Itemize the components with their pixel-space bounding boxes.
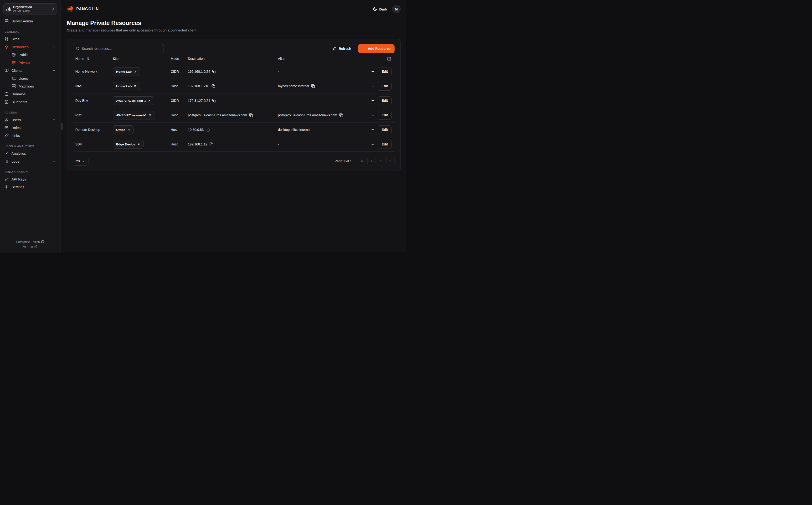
- cell-alias: desktop.office.internal: [278, 128, 368, 132]
- page-size-select[interactable]: 20: [73, 157, 88, 166]
- site-link[interactable]: AWS VPC us-west-1: [113, 111, 155, 120]
- sidebar-item-client-users[interactable]: Users: [10, 74, 57, 82]
- app-window: Organization ACME Corp. Server Admin GEN…: [0, 0, 406, 252]
- site-link[interactable]: AWS VPC us-east-1: [113, 96, 154, 105]
- sidebar-item-settings[interactable]: Settings: [3, 183, 57, 191]
- sidebar-item-roles[interactable]: Roles: [3, 124, 57, 132]
- last-page-button[interactable]: [386, 157, 395, 165]
- topbar: PANGOLIN Dark M: [67, 5, 401, 13]
- copy-destination-button[interactable]: [212, 69, 216, 73]
- sidebar-item-api-keys[interactable]: API Keys: [3, 175, 57, 183]
- chevrons-right-icon: [389, 160, 392, 163]
- pagination-right: Page 1 of 1: [335, 157, 395, 165]
- sidebar-item-server-admin[interactable]: Server Admin: [3, 17, 57, 25]
- cell-site: Home Lab: [113, 67, 171, 76]
- sidebar-item-label: Settings: [11, 185, 24, 189]
- chevrons-left-icon: [360, 160, 364, 163]
- copy-destination-button[interactable]: [206, 128, 210, 132]
- sidebar-resize-handle[interactable]: [61, 123, 62, 130]
- clients-subnav: Users Machines: [7, 74, 57, 90]
- theme-toggle[interactable]: Dark: [373, 7, 387, 11]
- edit-button[interactable]: Edit: [378, 111, 392, 120]
- edition-label: Enterprise Edition: [16, 240, 40, 244]
- copy-icon: [212, 69, 216, 73]
- cell-mode: Host: [171, 113, 188, 117]
- brand[interactable]: PANGOLIN: [67, 5, 99, 13]
- cell-destination: 192.168.1.12: [188, 142, 278, 146]
- row-actions-button[interactable]: [370, 69, 375, 74]
- row-actions-button[interactable]: [370, 113, 375, 117]
- edit-button[interactable]: Edit: [378, 67, 392, 76]
- sidebar-item-sites[interactable]: Sites: [3, 35, 57, 43]
- column-visibility-button[interactable]: [387, 57, 391, 61]
- cell-name: Remote Desktop: [73, 128, 113, 132]
- previous-page-button[interactable]: [367, 157, 376, 165]
- sidebar-item-users[interactable]: Users: [3, 116, 57, 124]
- organization-switcher[interactable]: Organization ACME Corp.: [3, 3, 57, 15]
- edit-button[interactable]: Edit: [378, 82, 392, 91]
- edit-button[interactable]: Edit: [378, 126, 392, 134]
- copy-destination-button[interactable]: [210, 142, 213, 146]
- sidebar-item-blueprints[interactable]: Blueprints: [3, 98, 57, 106]
- sidebar-item-private[interactable]: Private: [10, 59, 57, 66]
- section-label-logs-analytics: LOGS & ANALYTICS: [3, 145, 57, 148]
- copy-destination-button[interactable]: [249, 113, 253, 117]
- copy-alias-button[interactable]: [311, 84, 315, 88]
- cell-mode: Host: [171, 84, 188, 88]
- laptop-icon: [12, 76, 16, 80]
- sidebar-item-analytics[interactable]: Analytics: [3, 150, 57, 157]
- sidebar-item-clients[interactable]: Clients: [3, 66, 57, 74]
- ellipsis-icon: [370, 69, 375, 74]
- copy-destination-button[interactable]: [212, 99, 216, 103]
- site-label: AWS VPC us-east-1: [116, 99, 146, 103]
- column-header-alias: Alias: [278, 57, 368, 60]
- pagination: 20 Page 1 of 1: [73, 157, 395, 166]
- search-icon: [76, 47, 79, 50]
- chevron-up-icon: [52, 45, 56, 49]
- copy-alias-button[interactable]: [339, 113, 343, 117]
- copy-destination-button[interactable]: [211, 84, 215, 88]
- cell-site: AWS VPC us-west-1: [113, 111, 171, 120]
- refresh-icon: [333, 47, 337, 50]
- sidebar-item-label: Server Admin: [11, 19, 33, 23]
- table-row: Remote Desktop Office Host 10.30.0.53 de…: [73, 123, 395, 137]
- arrow-up-right-icon: [149, 114, 152, 117]
- globe-lock-icon: [12, 60, 16, 64]
- resources-subnav: Public Private: [7, 51, 57, 66]
- avatar[interactable]: M: [392, 5, 401, 13]
- edition-link[interactable]: Enterprise Edition: [3, 239, 57, 244]
- search-box: [73, 44, 164, 53]
- section-label-access: ACCESS: [3, 111, 57, 114]
- site-link[interactable]: Home Lab: [113, 67, 140, 76]
- version-link[interactable]: v1.13.0: [3, 244, 57, 249]
- edit-button[interactable]: Edit: [378, 140, 392, 149]
- sidebar-item-domains[interactable]: Domains: [3, 90, 57, 98]
- sidebar-item-logs[interactable]: Logs: [3, 157, 57, 165]
- row-actions-button[interactable]: [370, 99, 375, 103]
- page-subtitle: Create and manage resources that are onl…: [67, 28, 401, 32]
- sidebar-item-machines[interactable]: Machines: [10, 82, 57, 90]
- sidebar-item-label: Users: [11, 118, 21, 122]
- page-title: Manage Private Resources: [67, 20, 401, 26]
- copy-icon: [212, 99, 216, 103]
- refresh-button[interactable]: Refresh: [329, 44, 355, 53]
- chevrons-up-down-icon: [51, 7, 55, 11]
- cell-actions: Edit: [368, 126, 395, 134]
- sidebar-item-links[interactable]: Links: [3, 132, 57, 140]
- next-page-button[interactable]: [377, 157, 385, 165]
- first-page-button[interactable]: [358, 157, 366, 165]
- site-link[interactable]: Office: [113, 126, 134, 134]
- edit-button[interactable]: Edit: [378, 96, 392, 105]
- add-resource-button[interactable]: Add Resource: [358, 44, 395, 53]
- list-icon: [5, 159, 9, 163]
- column-header-name[interactable]: Name: [73, 57, 113, 60]
- cell-destination: postgres.us-east-1.rds.amazonaws.com: [188, 113, 278, 117]
- site-link[interactable]: Edge Device: [113, 140, 144, 149]
- row-actions-button[interactable]: [370, 142, 375, 146]
- row-actions-button[interactable]: [370, 128, 375, 132]
- sidebar-item-resources[interactable]: Resources: [3, 43, 57, 51]
- row-actions-button[interactable]: [370, 84, 375, 88]
- sidebar-item-public[interactable]: Public: [10, 51, 57, 59]
- site-link[interactable]: Home Lab: [113, 82, 140, 91]
- search-input[interactable]: [82, 47, 161, 50]
